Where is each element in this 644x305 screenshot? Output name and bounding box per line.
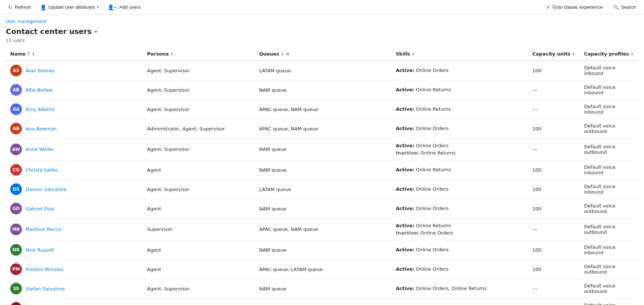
skill-inactive-label: Inactive: [396, 150, 419, 156]
col-name-sort[interactable]: Name ↑ ↓ [10, 51, 138, 57]
page-title-chevron-icon[interactable]: ▾ [95, 28, 97, 34]
sort-desc-icon: ↓ [32, 52, 35, 56]
skills-cell: Active: Online Returns [392, 100, 528, 119]
skills-cell: Active: Online Orders [392, 180, 528, 199]
refresh-button[interactable]: ↻ Refresh [4, 3, 35, 12]
avatar: NR [10, 244, 22, 256]
search-label: Search [621, 4, 636, 10]
name-cell: SS Stefan Salvatore [6, 279, 143, 298]
col-header-queues: Queues ↓ ≡ [255, 47, 392, 61]
table-row: AB Ana Bowman Administrator, Agent, Supe… [6, 119, 638, 138]
user-name-link[interactable]: Gabriel Diaz [26, 206, 54, 211]
refresh-icon: ↻ [8, 4, 12, 10]
user-name-link[interactable]: Nick Russell [26, 247, 54, 253]
add-users-button[interactable]: 👤+ Add users [104, 3, 144, 12]
skill-name: Online Orders, Online Returns [416, 286, 487, 291]
table-row: DS Damon Salvatore Agent, SupervisorLATA… [6, 180, 638, 199]
queues-cell: NAM queue [255, 160, 392, 180]
capacity-units-cell: 100 [528, 119, 580, 138]
col-header-capacity-profiles: Capacity profiles ↓ [580, 47, 638, 61]
persona-cell: Agent, Supervisor [143, 138, 255, 160]
queues-cell: NAM queue [255, 279, 392, 298]
user-name-link[interactable]: Madison Rocca [26, 226, 61, 232]
skill-active-label: Active: [396, 286, 414, 291]
name-cell: MR Madison Rocca [6, 218, 143, 240]
capacity-profiles-cell: Default voice inbound [580, 80, 638, 100]
avatar: PM [10, 263, 22, 275]
profiles-chevron-icon: ↓ [630, 52, 634, 56]
capacity-units-cell: --- [528, 279, 580, 298]
persona-cell: Agent [143, 240, 255, 260]
queues-cell: APAC queue, NAM queue [255, 119, 392, 138]
goto-classic-button[interactable]: ⤢ Goto classic experience [543, 3, 606, 11]
skills-cell: Active: Online Orders [392, 260, 528, 279]
col-queues-sort[interactable]: Queues ↓ ≡ [259, 51, 387, 57]
col-persona-sort[interactable]: Persona ↓ [147, 51, 250, 57]
page-title: Contact center users [6, 27, 92, 36]
table-row: GD Gabriel Diaz AgentNAM queueActive: On… [6, 199, 638, 218]
capacity-units-cell: 100 [528, 240, 580, 260]
persona-cell: Agent, Supervisor [143, 279, 255, 298]
queues-cell: NAM queue [255, 298, 392, 305]
capacity-units-cell: 100 [528, 180, 580, 199]
update-icon: 👤 [40, 4, 46, 10]
user-name-link[interactable]: Anne Weiler [26, 146, 54, 152]
avatar: AA [10, 103, 22, 115]
add-users-label: Add users [119, 4, 141, 10]
avatar: AW [10, 144, 22, 155]
queues-cell: LATAM queue [255, 180, 392, 199]
user-name-link[interactable]: Amy Alberts [26, 107, 54, 112]
queues-filter-icon[interactable]: ≡ [286, 52, 289, 56]
external-link-icon: ⤢ [546, 4, 550, 10]
table-header: Name ↑ ↓ Persona ↓ Queues ↓ ≡ [6, 47, 638, 61]
breadcrumb[interactable]: User management [0, 15, 644, 26]
persona-cell: Agent, Supervisor [143, 61, 255, 80]
col-capacity-sort[interactable]: Capacity units ↓ [532, 51, 575, 57]
user-name-link[interactable]: Preston Morales [26, 267, 63, 272]
skill-name: Online Orders [416, 206, 449, 211]
col-profiles-sort[interactable]: Capacity profiles ↓ [584, 51, 634, 57]
persona-chevron-icon: ↓ [170, 52, 173, 56]
users-table: Name ↑ ↓ Persona ↓ Queues ↓ ≡ [6, 47, 638, 305]
col-header-persona: Persona ↓ [143, 47, 255, 61]
user-name-link[interactable]: Damon Salvatore [26, 187, 67, 192]
skill-active-label: Active: [396, 247, 414, 252]
table-row: AS Alan Steiner Agent, SupervisorLATAM q… [6, 61, 638, 80]
update-user-attributes-button[interactable]: 👤 Update user attributes ▾ [36, 3, 103, 12]
skill-name: Online Orders [416, 126, 449, 131]
sort-asc-icon: ↑ [27, 52, 30, 56]
queues-cell: APAC queue, LATAM queue [255, 260, 392, 279]
col-skills-sort[interactable]: Skills ↓ [396, 51, 524, 57]
user-name-link[interactable]: Alan Steiner [26, 68, 54, 73]
capacity-profiles-cell: Default voice inbound [580, 240, 638, 260]
capacity-profiles-cell: Default voice outbound [580, 279, 638, 298]
persona-cell: Supervisor [143, 218, 255, 240]
refresh-label: Refresh [15, 4, 31, 10]
name-cell: DS Damon Salvatore [6, 180, 143, 199]
persona-cell: Agent [143, 160, 255, 180]
skill-active-label: Active: [396, 87, 414, 92]
add-user-icon: 👤+ [108, 4, 117, 10]
user-name-link[interactable]: Christa Geller [26, 167, 58, 173]
capacity-units-cell: --- [528, 80, 580, 100]
skills-cell: Active: Online ReturnsInactive: Online O… [392, 218, 528, 240]
skills-cell: Active: Online Returns [392, 298, 528, 305]
capacity-units-cell: --- [528, 298, 580, 305]
user-name-link[interactable]: Stefan Salvatore [26, 286, 65, 291]
table-row: NR Nick Russell AgentNAM queueActive: On… [6, 240, 638, 260]
goto-classic-label: Goto classic experience [552, 4, 603, 10]
user-name-link[interactable]: Ana Bowman [26, 126, 57, 131]
skills-cell: Active: Online Orders [392, 61, 528, 80]
skill-name: Online Returns [416, 167, 451, 172]
skills-cell: Active: Online Returns [392, 80, 528, 100]
user-name-link[interactable]: Allie Bellew [26, 87, 53, 93]
avatar: MR [10, 224, 22, 235]
persona-cell: Agent [143, 260, 255, 279]
skill-name: Online Orders [416, 266, 449, 272]
avatar: SS [10, 283, 22, 294]
search-button[interactable]: 🔍 Search [609, 3, 640, 11]
capacity-units-cell: 100 [528, 260, 580, 279]
queues-cell: NAM queue [255, 199, 392, 218]
name-cell: CG Christa Geller [6, 160, 143, 180]
skill-active-label: Active: [396, 106, 414, 112]
